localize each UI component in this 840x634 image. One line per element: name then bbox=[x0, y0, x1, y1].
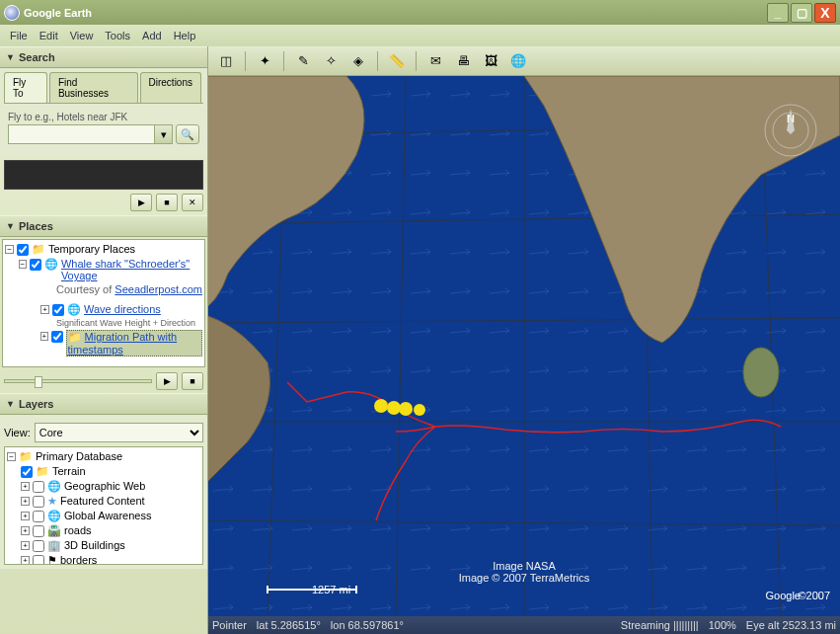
pointer-label: Pointer bbox=[212, 619, 247, 631]
google-logo: Google bbox=[766, 590, 801, 601]
tree-checkbox[interactable] bbox=[52, 304, 64, 316]
search-title: Search bbox=[19, 51, 55, 63]
search-results-area bbox=[4, 160, 203, 190]
tree-expander[interactable]: + bbox=[21, 497, 30, 506]
svg-point-16 bbox=[414, 404, 425, 416]
tree-checkbox[interactable] bbox=[17, 244, 29, 256]
tree-checkbox[interactable] bbox=[30, 259, 41, 271]
map-credit-2: Image © 2007 TerraMetrics bbox=[459, 572, 590, 584]
tree-expander[interactable]: + bbox=[40, 332, 48, 341]
tree-expander[interactable]: + bbox=[21, 526, 30, 535]
tab-directions[interactable]: Directions bbox=[140, 72, 201, 103]
voyage-link[interactable]: Whale shark "Schroeder's" Voyage bbox=[61, 258, 202, 281]
menu-help[interactable]: Help bbox=[168, 27, 202, 44]
tree-checkbox[interactable] bbox=[33, 555, 44, 565]
close-button[interactable]: X bbox=[814, 3, 836, 23]
menu-view[interactable]: View bbox=[64, 27, 100, 44]
lat-value: 5.286515° bbox=[271, 619, 321, 631]
view-label: View: bbox=[4, 427, 31, 438]
flyto-label: Fly to e.g., Hotels near JFK bbox=[8, 112, 199, 122]
search-dropdown-button[interactable]: ▾ bbox=[155, 124, 173, 144]
collapse-icon: ▼ bbox=[6, 399, 15, 409]
path-icon[interactable]: ✧ bbox=[319, 50, 343, 72]
tree-expander[interactable]: + bbox=[21, 541, 30, 550]
tree-expander[interactable]: − bbox=[5, 245, 14, 254]
tree-expander[interactable]: − bbox=[19, 260, 27, 269]
tree-expander[interactable]: + bbox=[21, 512, 30, 520]
window-title: Google Earth bbox=[24, 7, 92, 19]
places-title: Places bbox=[19, 220, 53, 232]
search-input[interactable] bbox=[8, 124, 155, 144]
streaming-label: Streaming ||||||||| bbox=[621, 619, 699, 631]
play-tour-button[interactable]: ▶ bbox=[156, 372, 178, 390]
collapse-icon: ▼ bbox=[6, 221, 15, 231]
copyright: ©2007 bbox=[798, 590, 830, 601]
sidebar-toggle-icon[interactable]: ◫ bbox=[214, 50, 238, 72]
tree-checkbox[interactable] bbox=[33, 525, 44, 537]
tree-checkbox[interactable] bbox=[21, 466, 33, 478]
tab-findbiz[interactable]: Find Businesses bbox=[49, 72, 138, 103]
earth-viewport[interactable]: N 1257 mi Image NASA Image © 2007 TerraM… bbox=[208, 76, 840, 616]
minimize-button[interactable]: _ bbox=[767, 3, 789, 23]
tree-expander[interactable]: − bbox=[7, 452, 16, 461]
svg-point-14 bbox=[387, 401, 401, 415]
polygon-icon[interactable]: ✎ bbox=[291, 50, 315, 72]
print-icon[interactable]: 🖶 bbox=[451, 50, 475, 72]
menu-add[interactable]: Add bbox=[136, 27, 168, 44]
places-tree[interactable]: − 📁 Temporary Places − 🌐 Whale shark "Sc… bbox=[2, 239, 205, 367]
stop-button[interactable]: ■ bbox=[156, 194, 178, 211]
menu-bar: File Edit View Tools Add Help bbox=[0, 25, 840, 46]
tree-checkbox[interactable] bbox=[33, 481, 44, 493]
tree-checkbox[interactable] bbox=[51, 331, 63, 343]
clear-button[interactable]: ✕ bbox=[182, 194, 203, 211]
svg-point-15 bbox=[399, 402, 413, 416]
tree-expander[interactable]: + bbox=[40, 305, 49, 314]
lon-value: 68.597861° bbox=[348, 619, 404, 631]
status-bar: Pointer lat 5.286515° lon 68.597861° Str… bbox=[208, 616, 840, 634]
search-go-button[interactable]: 🔍 bbox=[176, 124, 199, 144]
tour-slider[interactable] bbox=[4, 379, 152, 383]
tree-expander[interactable]: + bbox=[21, 482, 30, 491]
eyealt-value: 2523.13 mi bbox=[783, 619, 836, 631]
tree-checkbox[interactable] bbox=[33, 511, 44, 522]
globe-icon[interactable]: 🌐 bbox=[506, 50, 530, 72]
email-icon[interactable]: ✉ bbox=[423, 50, 447, 72]
overlay-icon[interactable]: ◈ bbox=[346, 50, 370, 72]
tree-expander[interactable]: + bbox=[21, 556, 30, 565]
svg-point-13 bbox=[374, 399, 388, 413]
placemark-icon[interactable]: ✦ bbox=[253, 50, 276, 72]
map-credit-1: Image NASA bbox=[493, 560, 556, 572]
layers-tree[interactable]: −📁Primary Database 📁Terrain +🌐Geographic… bbox=[4, 446, 203, 565]
voyage-courtesy: Courtesy of Seeadlerpost.com bbox=[56, 283, 202, 295]
play-button[interactable]: ▶ bbox=[130, 194, 152, 211]
menu-file[interactable]: File bbox=[4, 27, 34, 44]
ruler-icon[interactable]: 📏 bbox=[385, 50, 409, 72]
svg-point-12 bbox=[743, 348, 779, 397]
title-bar: Google Earth _ ▢ X bbox=[0, 0, 840, 25]
wave-sub: Significant Wave Height + Direction bbox=[56, 318, 195, 328]
search-panel-header[interactable]: ▼ Search bbox=[0, 46, 207, 68]
menu-edit[interactable]: Edit bbox=[34, 27, 64, 44]
app-icon bbox=[4, 5, 20, 21]
tree-checkbox[interactable] bbox=[33, 540, 44, 552]
menu-tools[interactable]: Tools bbox=[99, 27, 136, 44]
temp-places-label: Temporary Places bbox=[48, 243, 135, 255]
scale-label: 1257 mi bbox=[312, 584, 350, 595]
layers-panel-header[interactable]: ▼ Layers bbox=[0, 393, 207, 415]
sidebar: ▼ Search Fly To Find Businesses Directio… bbox=[0, 46, 208, 634]
view-select[interactable]: Core bbox=[35, 423, 203, 442]
wave-link[interactable]: Wave directions bbox=[84, 303, 161, 315]
tree-checkbox[interactable] bbox=[33, 496, 44, 508]
stop-tour-button[interactable]: ■ bbox=[182, 372, 203, 390]
maximize-button[interactable]: ▢ bbox=[791, 3, 812, 23]
collapse-icon: ▼ bbox=[6, 52, 15, 62]
migration-link[interactable]: Migration Path with timestamps bbox=[68, 331, 178, 356]
tab-flyto[interactable]: Fly To bbox=[4, 72, 47, 103]
map-toolbar: ◫ ✦ ✎ ✧ ◈ 📏 ✉ 🖶 🖼 🌐 bbox=[208, 46, 840, 76]
layers-title: Layers bbox=[19, 398, 53, 410]
streaming-pct: 100% bbox=[709, 619, 736, 631]
places-panel-header[interactable]: ▼ Places bbox=[0, 215, 207, 237]
gallery-icon[interactable]: 🖼 bbox=[479, 50, 502, 72]
